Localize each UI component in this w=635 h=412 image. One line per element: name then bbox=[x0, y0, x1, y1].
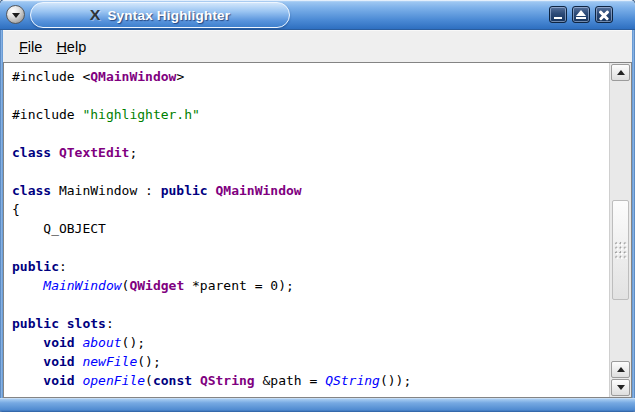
code-line: { bbox=[12, 200, 609, 219]
code-line bbox=[12, 124, 609, 143]
code-line: public: bbox=[12, 257, 609, 276]
code-line bbox=[12, 86, 609, 105]
close-button[interactable] bbox=[595, 6, 613, 23]
app-window: X Syntax Highlighter File Help #include … bbox=[0, 0, 635, 412]
maximize-icon bbox=[576, 10, 586, 19]
menu-help[interactable]: Help bbox=[49, 36, 93, 58]
chevron-down-icon bbox=[12, 13, 20, 18]
scrollbar-thumb[interactable] bbox=[612, 200, 629, 300]
menubar: File Help bbox=[2, 30, 633, 62]
code-line bbox=[12, 238, 609, 257]
code-line: MainWindow(QWidget *parent = 0); bbox=[12, 276, 609, 295]
code-line bbox=[12, 295, 609, 314]
thumb-grip-icon bbox=[614, 241, 627, 259]
code-line bbox=[12, 162, 609, 181]
window-title: Syntax Highlighter bbox=[107, 8, 230, 23]
window-menu-button[interactable] bbox=[6, 5, 25, 24]
code-editor[interactable]: #include <QMainWindow> #include "highlig… bbox=[4, 63, 609, 397]
code-line: #include "highlighter.h" bbox=[12, 105, 609, 124]
code-line: void openFile(const QString &path = QStr… bbox=[12, 371, 609, 390]
scroll-up-button[interactable] bbox=[611, 64, 630, 81]
scroll-up-button-bottom[interactable] bbox=[611, 361, 630, 378]
title-tab: X Syntax Highlighter bbox=[30, 2, 290, 28]
menu-file[interactable]: File bbox=[12, 36, 49, 58]
code-line: void about(); bbox=[12, 333, 609, 352]
minimize-button[interactable] bbox=[549, 6, 567, 23]
close-icon bbox=[599, 10, 609, 20]
code-line: Q_OBJECT bbox=[12, 219, 609, 238]
code-line: class QTextEdit; bbox=[12, 143, 609, 162]
minimize-icon bbox=[554, 17, 562, 19]
triangle-down-icon bbox=[617, 385, 625, 390]
triangle-up-icon bbox=[617, 367, 625, 372]
scroll-down-button[interactable] bbox=[611, 379, 630, 396]
editor-frame: #include <QMainWindow> #include "highlig… bbox=[3, 62, 632, 398]
code-line: public slots: bbox=[12, 314, 609, 333]
x11-logo-icon: X bbox=[90, 7, 101, 22]
code-line: void newFile(); bbox=[12, 352, 609, 371]
code-line: class MainWindow : public QMainWindow bbox=[12, 181, 609, 200]
window-border-bottom[interactable] bbox=[0, 398, 635, 412]
vertical-scrollbar[interactable] bbox=[609, 63, 631, 397]
titlebar[interactable]: X Syntax Highlighter bbox=[0, 0, 635, 30]
window-controls bbox=[549, 6, 613, 23]
triangle-up-icon bbox=[617, 70, 625, 75]
maximize-button[interactable] bbox=[572, 6, 590, 23]
code-line: #include <QMainWindow> bbox=[12, 67, 609, 86]
